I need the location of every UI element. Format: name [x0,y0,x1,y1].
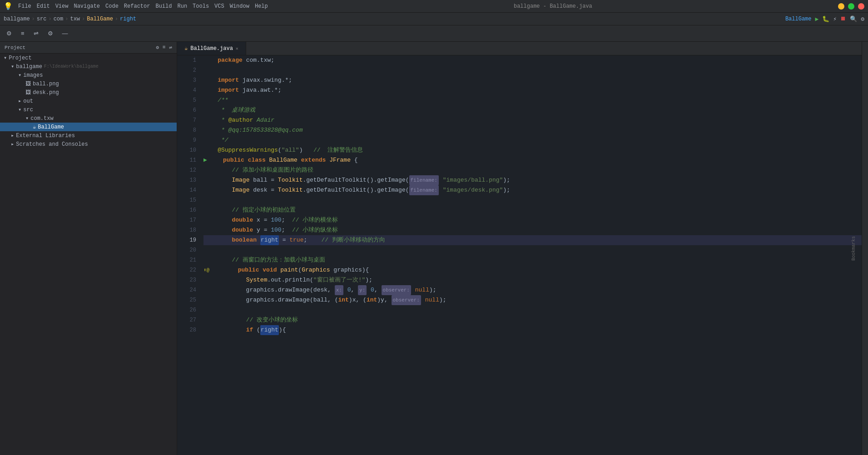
tree-icon: ☕ [33,124,36,130]
tree-item-ball.png[interactable]: 🖼 ball.png [0,79,177,88]
code-line-28[interactable]: if (right){ [203,325,862,335]
project-sidebar: Project ⚙ ≡ ⇌ ▾ Project▾ ballgameF:\Idea… [0,42,177,455]
run-config-label: BallGame [785,16,812,22]
collapse-icon[interactable]: ≡ [163,45,166,50]
tree-label: Project [9,55,31,61]
tree-item-out[interactable]: ▸ out [0,97,177,105]
profile-button[interactable]: ⚡ [833,15,837,23]
breadcrumb-item-src[interactable]: src [37,16,47,22]
tree-item-scratches-and-consoles[interactable]: ▸ Scratches and Consoles [0,140,177,148]
code-line-14[interactable]: Image desk = Toolkit.getDefaultToolkit()… [203,185,862,195]
stop-button[interactable]: ⏹ [840,15,846,22]
code-line-7[interactable]: * @author Adair [203,115,862,125]
code-line-10[interactable]: @SuppressWarnings("all") // 注解警告信息 [203,145,862,155]
tree-label: ballgame [16,64,42,70]
line-number-2: 2 [181,65,196,75]
code-line-22[interactable]: ⬆@ public void paint(Graphics graphics){ [203,265,862,275]
sidebar-controls[interactable]: ⚙ ≡ ⇌ [156,45,172,50]
settings-button[interactable]: ⚙ [861,15,864,23]
nav-right-controls: BallGame ▶ 🐛 ⚡ ⏹ 🔍 ⚙ [785,15,864,23]
toolbar: ⚙ ≡ ⇌ ⚙ — [0,25,868,42]
code-line-11[interactable]: ▶ public class BallGame extends JFrame { [203,155,862,165]
code-line-25[interactable]: graphics.drawImage(ball, (int)x, (int)y,… [203,295,862,305]
code-line-4[interactable]: import java.awt.*; [203,85,862,95]
nav-bar: ballgame › src › com › txw › BallGame › … [0,13,868,25]
structure-panel: Structure Bookmarks [862,42,868,455]
line-number-1: 1 [181,55,196,65]
window-controls[interactable] [838,3,864,10]
code-line-20[interactable] [203,245,862,255]
code-line-9[interactable]: */ [203,135,862,145]
line-number-4: 4 [181,85,196,95]
line-number-20: 20 [181,245,196,255]
tree-item-com.txw[interactable]: ▾ com.txw [0,114,177,123]
line-number-10: 10 [181,145,196,155]
tree-label: BallGame [38,124,64,130]
toolbar-close-btn[interactable]: — [60,29,71,38]
code-line-23[interactable]: System.out.println("窗口被画了一次!"); [203,275,862,285]
maximize-button[interactable] [848,3,854,10]
expand-icon[interactable]: ⇌ [169,45,172,50]
breadcrumb-item-txw[interactable]: txw [70,16,80,22]
tree-item-ballgame[interactable]: ▾ ballgameF:\IdeaWork\ballgame [0,62,177,71]
code-line-12[interactable]: // 添加小球和桌面图片的路径 [203,165,862,175]
tree-item-external-libraries[interactable]: ▸ External Libraries [0,131,177,140]
code-line-15[interactable] [203,195,862,205]
breadcrumb-item-com[interactable]: com [54,16,64,22]
tree-item-src[interactable]: ▾ src [0,105,177,114]
tree-item-images[interactable]: ▾ images [0,71,177,79]
toolbar-sync-btn[interactable]: ≡ [18,29,27,38]
tree-icon: ▸ [11,132,14,139]
code-line-8[interactable]: * @qq:1578533828@qq.com [203,125,862,135]
code-content[interactable]: package com.txw; import javax.swing.*; i… [200,55,862,455]
code-line-2[interactable] [203,65,862,75]
code-line-19[interactable]: boolean right = true; // 判断小球移动的方向 [203,235,862,245]
tab-ballgame-java[interactable]: ☕ BallGame.java ✕ [177,42,246,55]
tree-item-ballgame[interactable]: ☕ BallGame [0,123,177,131]
line-number-22: 22 [181,265,196,275]
code-line-27[interactable]: // 改变小球的坐标 [203,315,862,325]
breadcrumb: ballgame › src › com › txw › BallGame › … [4,16,136,22]
tree-item-project[interactable]: ▾ Project [0,54,177,62]
code-line-21[interactable]: // 画窗口的方法：加载小球与桌面 [203,255,862,265]
code-line-16[interactable]: // 指定小球的初始位置 [203,205,862,215]
tree-icon: ▾ [4,54,7,61]
line-number-14: 14 [181,185,196,195]
minimize-button[interactable] [838,3,844,10]
toolbar-format-btn[interactable]: ⇌ [31,29,41,38]
run-gutter-icon[interactable]: ▶ [203,155,207,165]
code-line-6[interactable]: * 桌球游戏 [203,105,862,115]
line-number-19: 19 [181,235,196,245]
code-line-1[interactable]: package com.txw; [203,55,862,65]
run-button[interactable]: ▶ [815,15,819,23]
tree-label: com.txw [30,115,53,122]
breadcrumb-item-right[interactable]: right [120,16,136,22]
tree-label: src [23,107,33,113]
code-editor[interactable]: 1234567891011121314151617181920212223242… [177,55,862,455]
code-line-3[interactable]: import javax.swing.*; [203,75,862,85]
close-button[interactable] [858,3,864,10]
code-line-17[interactable]: double x = 100; // 小球的横坐标 [203,215,862,225]
tree-icon: ▾ [18,72,21,79]
line-number-12: 12 [181,165,196,175]
debug-button[interactable]: 🐛 [822,15,829,23]
tree-icon: ▾ [11,63,14,70]
breadcrumb-item-ballgame-class[interactable]: BallGame [87,16,113,22]
breadcrumb-item-ballgame[interactable]: ballgame [4,16,30,22]
tree-item-desk.png[interactable]: 🖼 desk.png [0,88,177,97]
code-line-5[interactable]: /** [203,95,862,105]
code-line-24[interactable]: graphics.drawImage(desk, x: 0, y: 0, obs… [203,285,862,295]
tree-icon: ▾ [25,115,29,122]
line-numbers: 1234567891011121314151617181920212223242… [177,55,200,455]
search-button[interactable]: 🔍 [850,15,857,23]
toolbar-build-btn[interactable]: ⚙ [4,29,15,38]
gear-icon[interactable]: ⚙ [156,45,159,50]
close-tab-icon[interactable]: ✕ [236,46,238,51]
menu-bar[interactable]: FileEditViewNavigateCodeRefactorBuildRun… [18,3,268,10]
editor-area: ☕ BallGame.java ✕ 1234567891011121314151… [177,42,862,455]
line-number-13: 13 [181,175,196,185]
toolbar-settings-btn[interactable]: ⚙ [45,29,56,38]
code-line-26[interactable] [203,305,862,315]
code-line-18[interactable]: double y = 100; // 小球的纵坐标 [203,225,862,235]
code-line-13[interactable]: Image ball = Toolkit.getDefaultToolkit()… [203,175,862,185]
